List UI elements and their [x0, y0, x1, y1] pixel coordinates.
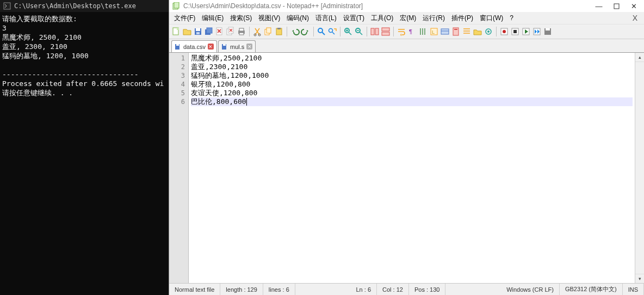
menu-help[interactable]: ?	[507, 13, 516, 23]
doc-map-icon[interactable]	[451, 27, 461, 36]
svg-text:¶: ¶	[409, 28, 412, 35]
show-all-chars-icon[interactable]: ¶	[407, 27, 417, 36]
text-caret	[246, 98, 247, 106]
console-output[interactable]: 请输入要截取的数据数: 3 黑魔术师, 2500, 2100 盖亚, 2300,…	[0, 12, 169, 295]
scroll-down-icon[interactable]: ▾	[635, 274, 644, 283]
indent-guide-icon[interactable]	[418, 27, 428, 36]
tab-close-icon[interactable]: ✕	[208, 44, 214, 50]
tab-close-icon[interactable]: ✕	[246, 44, 252, 50]
line-number: 2	[169, 63, 185, 71]
close-file-icon[interactable]	[215, 27, 225, 36]
redo-icon[interactable]	[301, 27, 311, 36]
open-file-icon[interactable]	[182, 27, 192, 36]
menu-settings[interactable]: 设置(T)	[340, 13, 367, 24]
menu-language[interactable]: 语言(L)	[313, 13, 339, 24]
svg-rect-36	[454, 29, 457, 30]
function-list-icon[interactable]	[462, 27, 472, 36]
undo-icon[interactable]	[290, 27, 300, 36]
menu-macro[interactable]: 宏(M)	[397, 13, 419, 24]
console-titlebar[interactable]: C:\Users\Admin\Desktop\test.exe	[0, 0, 169, 12]
svg-point-40	[503, 30, 506, 33]
paste-icon[interactable]	[274, 27, 284, 36]
menu-view[interactable]: 视图(V)	[256, 13, 283, 24]
menubar-close-button[interactable]: X	[628, 14, 642, 22]
console-line: 3	[2, 24, 7, 32]
code-area[interactable]: 黑魔术师,2500,2100 盖亚,2300,2100 猛犸的墓地,1200,1…	[189, 53, 635, 283]
status-filetype: Normal text file	[169, 284, 220, 295]
scroll-track[interactable]	[635, 62, 644, 274]
svg-rect-22	[277, 28, 281, 29]
toolbar-separator	[340, 27, 340, 36]
editor-area: 1 2 3 4 5 6 黑魔术师,2500,2100 盖亚,2300,2100 …	[169, 52, 644, 283]
console-line: Process exited after 0.6665 seconds wi	[2, 79, 164, 88]
menu-plugins[interactable]: 插件(P)	[449, 13, 476, 24]
save-macro-icon[interactable]	[543, 27, 553, 36]
folder-tree-icon[interactable]	[440, 27, 450, 36]
menu-run[interactable]: 运行(R)	[420, 13, 448, 24]
svg-point-38	[487, 30, 490, 33]
status-encoding[interactable]: GB2312 (简体中文)	[560, 284, 623, 295]
save-icon[interactable]	[193, 27, 203, 36]
stop-macro-icon[interactable]	[510, 27, 520, 36]
svg-text:L: L	[432, 29, 435, 35]
toolbar-separator	[249, 27, 250, 36]
toolbar-separator	[393, 27, 394, 36]
svg-rect-50	[223, 44, 226, 46]
code-line: 猛犸的墓地,1200,1000	[191, 71, 633, 80]
sync-horizontal-icon[interactable]	[381, 27, 391, 36]
close-all-icon[interactable]	[226, 27, 236, 36]
record-macro-icon[interactable]	[499, 27, 509, 36]
monitor-icon[interactable]	[484, 27, 493, 36]
tab-mul-s[interactable]: mul.s ✕	[218, 40, 256, 52]
menu-encoding[interactable]: 编码(N)	[284, 13, 312, 24]
menu-tools[interactable]: 工具(O)	[368, 13, 396, 24]
play-multi-icon[interactable]	[532, 27, 542, 36]
file-icon	[175, 44, 181, 50]
cut-icon[interactable]	[252, 27, 262, 36]
sync-vertical-icon[interactable]	[370, 27, 380, 36]
zoom-in-icon[interactable]	[343, 27, 353, 36]
menu-search[interactable]: 搜索(S)	[227, 13, 255, 24]
menu-edit[interactable]: 编辑(E)	[199, 13, 226, 24]
window-buttons: — ✕	[595, 2, 641, 10]
maximize-button[interactable]	[612, 2, 620, 10]
status-pos: Pos : 130	[409, 284, 445, 295]
notepadpp-titlebar[interactable]: C:\Users\Admin\Desktop\data.csv - Notepa…	[169, 0, 644, 12]
wordwrap-icon[interactable]	[397, 27, 406, 36]
status-eol[interactable]: Windows (CR LF)	[501, 284, 560, 295]
tab-data-csv[interactable]: data.csv ✕	[171, 40, 217, 52]
menu-window[interactable]: 窗口(W)	[477, 13, 506, 24]
svg-rect-48	[176, 44, 179, 46]
svg-point-24	[329, 29, 333, 33]
copy-icon[interactable]	[263, 27, 273, 36]
find-icon[interactable]	[317, 27, 326, 36]
svg-rect-3	[614, 4, 619, 9]
toolbar-separator	[367, 27, 367, 36]
notepadpp-icon	[172, 2, 180, 10]
svg-rect-27	[371, 28, 374, 35]
new-file-icon[interactable]	[171, 27, 181, 36]
print-icon[interactable]	[237, 27, 246, 36]
zoom-out-icon[interactable]	[354, 27, 364, 36]
save-all-icon[interactable]	[204, 27, 214, 36]
console-window: C:\Users\Admin\Desktop\test.exe 请输入要截取的数…	[0, 0, 169, 295]
scroll-up-icon[interactable]: ▴	[635, 53, 644, 62]
minimize-button[interactable]: —	[595, 2, 603, 10]
notepadpp-window: C:\Users\Admin\Desktop\data.csv - Notepa…	[169, 0, 644, 295]
console-title-text: C:\Users\Admin\Desktop\test.exe	[14, 2, 136, 10]
user-lang-icon[interactable]: L	[429, 27, 439, 36]
svg-rect-2	[174, 2, 179, 8]
replace-icon[interactable]	[327, 27, 337, 36]
play-macro-icon[interactable]	[521, 27, 531, 36]
svg-rect-0	[4, 3, 10, 9]
tab-label: mul.s	[230, 44, 244, 50]
svg-rect-10	[207, 28, 212, 33]
console-line: 盖亚, 2300, 2100	[2, 42, 67, 51]
close-button[interactable]: ✕	[630, 2, 637, 10]
console-line: 黑魔术师, 2500, 2100	[2, 33, 82, 41]
menu-file[interactable]: 文件(F)	[171, 13, 198, 24]
folder-workspace-icon[interactable]	[473, 27, 482, 36]
vertical-scrollbar[interactable]: ▴ ▾	[635, 53, 644, 283]
status-bar: Normal text file length : 129 lines : 6 …	[169, 283, 644, 295]
status-mode[interactable]: INS	[623, 284, 644, 295]
